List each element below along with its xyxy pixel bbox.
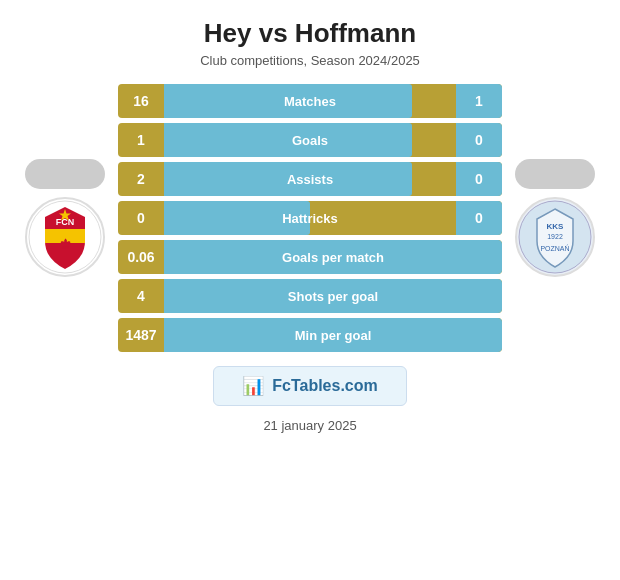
stat-left-hattricks: 0 — [118, 210, 164, 226]
stats-container: 16Matches11Goals02Assists00Hattricks00.0… — [118, 84, 502, 352]
stat-row-matches: 16Matches1 — [118, 84, 502, 118]
left-team-section: FCN ⚜ — [20, 159, 110, 277]
main-section: FCN ⚜ 16Matches11Goals02Assists00Hattric… — [20, 84, 600, 352]
stat-row-assists: 2Assists0 — [118, 162, 502, 196]
fctables-label: FcTables.com — [272, 377, 378, 395]
stat-left-goals: 1 — [118, 132, 164, 148]
right-team-banner — [515, 159, 595, 189]
fctables-icon: 📊 — [242, 375, 264, 397]
stat-right-hattricks: 0 — [456, 201, 502, 235]
stat-row-goals-per-match: 0.06Goals per match — [118, 240, 502, 274]
stat-label-goals: Goals — [164, 133, 456, 148]
stat-right-matches: 1 — [456, 84, 502, 118]
stat-label-hattricks: Hattricks — [164, 211, 456, 226]
lech-logo-svg: KKS 1922 POZNAŃ — [517, 199, 593, 275]
left-team-logo: FCN ⚜ — [25, 197, 105, 277]
page-title: Hey vs Hoffmann — [204, 18, 416, 49]
svg-text:FCN: FCN — [56, 217, 75, 227]
stat-row-shots-per-goal: 4Shots per goal — [118, 279, 502, 313]
svg-text:KKS: KKS — [547, 222, 565, 231]
stat-bar-section-assists: Assists — [164, 162, 456, 196]
fcn-logo-svg: FCN ⚜ — [27, 199, 103, 275]
stat-bar-section-min-per-goal: Min per goal — [164, 318, 502, 352]
stat-label-matches: Matches — [164, 94, 456, 109]
stat-right-goals: 0 — [456, 123, 502, 157]
date-footer: 21 january 2025 — [263, 418, 356, 433]
stat-bar-section-matches: Matches — [164, 84, 456, 118]
stat-row-goals: 1Goals0 — [118, 123, 502, 157]
stat-left-assists: 2 — [118, 171, 164, 187]
stat-bar-section-shots-per-goal: Shots per goal — [164, 279, 502, 313]
stat-left-goals-per-match: 0.06 — [118, 249, 164, 265]
fctables-banner[interactable]: 📊 FcTables.com — [213, 366, 407, 406]
stat-bar-section-goals: Goals — [164, 123, 456, 157]
stat-label-min-per-goal: Min per goal — [164, 328, 502, 343]
svg-text:1922: 1922 — [547, 233, 563, 240]
stat-left-shots-per-goal: 4 — [118, 288, 164, 304]
stat-row-min-per-goal: 1487Min per goal — [118, 318, 502, 352]
stat-row-hattricks: 0Hattricks0 — [118, 201, 502, 235]
page-wrapper: Hey vs Hoffmann Club competitions, Seaso… — [0, 0, 620, 580]
stat-label-shots-per-goal: Shots per goal — [164, 289, 502, 304]
page-subtitle: Club competitions, Season 2024/2025 — [200, 53, 420, 68]
stat-left-matches: 16 — [118, 93, 164, 109]
stat-bar-section-hattricks: Hattricks — [164, 201, 456, 235]
right-team-section: KKS 1922 POZNAŃ — [510, 159, 600, 277]
stat-bar-section-goals-per-match: Goals per match — [164, 240, 502, 274]
stat-label-goals-per-match: Goals per match — [164, 250, 502, 265]
left-team-banner — [25, 159, 105, 189]
svg-text:POZNAŃ: POZNAŃ — [540, 244, 569, 252]
svg-text:⚜: ⚜ — [59, 236, 72, 252]
stat-left-min-per-goal: 1487 — [118, 327, 164, 343]
stat-label-assists: Assists — [164, 172, 456, 187]
right-team-logo: KKS 1922 POZNAŃ — [515, 197, 595, 277]
stat-right-assists: 0 — [456, 162, 502, 196]
